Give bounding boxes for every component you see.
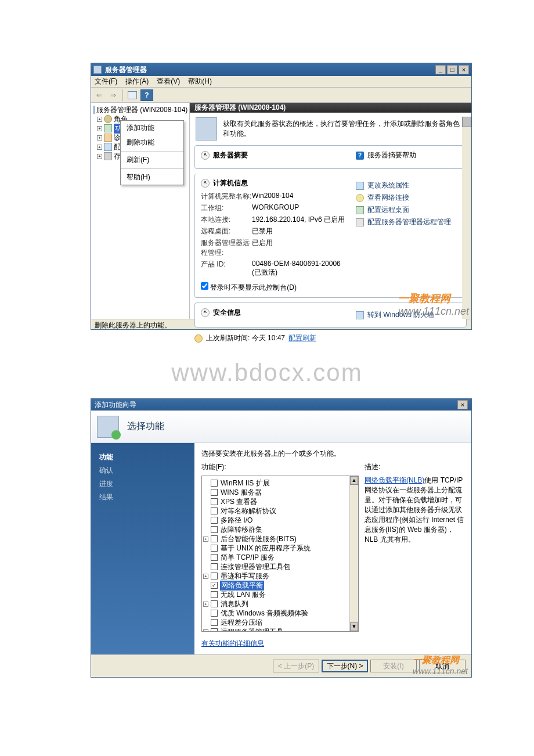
feature-checkbox[interactable]: [211, 489, 218, 496]
nav-tree[interactable]: 服务器管理器 (WIN2008-104) +角色 +功能 +诊断 +配置 +存储…: [91, 103, 190, 319]
firewall-icon: [356, 311, 364, 319]
feature-checkbox[interactable]: [211, 573, 218, 579]
menu-help[interactable]: 帮助(H): [188, 77, 212, 87]
feature-item[interactable]: +优质 Windows 音频视频体验: [203, 609, 357, 618]
feature-checkbox[interactable]: [211, 545, 218, 552]
hide-console-checkbox[interactable]: [201, 282, 208, 290]
feature-details-link[interactable]: 有关功能的详细信息: [201, 639, 464, 649]
close-button[interactable]: ×: [459, 65, 469, 74]
feature-item[interactable]: +远程服务器管理工具: [203, 627, 357, 631]
context-menu: 添加功能 删除功能 刷新(F) 帮助(H): [120, 120, 184, 185]
feature-item[interactable]: +XPS 查看器: [203, 497, 357, 506]
minimize-button[interactable]: _: [435, 65, 446, 74]
expand-icon[interactable]: +: [203, 602, 208, 607]
feature-checkbox[interactable]: [211, 591, 218, 598]
feature-item[interactable]: +消息队列: [203, 599, 357, 609]
wizard-close-button[interactable]: ×: [457, 400, 468, 409]
configure-refresh-link[interactable]: 配置刷新: [288, 333, 316, 343]
maximize-button[interactable]: □: [447, 65, 457, 74]
prev-button[interactable]: < 上一步(P): [273, 660, 319, 672]
feature-checkbox[interactable]: [211, 554, 218, 561]
feature-item[interactable]: +✓网络负载平衡: [203, 581, 357, 590]
feature-checkbox[interactable]: [211, 535, 218, 542]
scroll-down-button[interactable]: ▼: [350, 622, 358, 631]
vertical-scrollbar[interactable]: [462, 117, 471, 319]
feature-checkbox[interactable]: [211, 480, 218, 487]
title-bar[interactable]: 服务器管理器 _ □ ×: [91, 63, 471, 76]
menu-action[interactable]: 操作(A): [125, 77, 149, 87]
feature-checkbox[interactable]: [211, 563, 218, 570]
feature-item[interactable]: +连接管理器管理工具包: [203, 562, 357, 571]
link-config-remote-mgmt[interactable]: 配置服务器管理器远程管理: [356, 217, 460, 227]
ctx-add-feature[interactable]: 添加功能: [121, 121, 183, 135]
collapse-icon[interactable]: ^: [201, 308, 210, 317]
install-button[interactable]: 安装(I): [370, 660, 417, 672]
feature-item[interactable]: +后台智能传送服务(BITS): [203, 534, 357, 543]
feature-item[interactable]: +对等名称解析协议: [203, 506, 357, 516]
features-listbox[interactable]: +WinRM IIS 扩展+WINS 服务器+XPS 查看器+对等名称解析协议+…: [201, 476, 359, 632]
feature-checkbox[interactable]: [211, 600, 218, 607]
feature-checkbox[interactable]: [211, 628, 218, 631]
collapse-icon[interactable]: ^: [201, 151, 210, 160]
feature-name: 优质 Windows 音频视频体验: [220, 609, 309, 618]
features-scrollbar[interactable]: ▲ ▼: [349, 476, 358, 631]
step-result[interactable]: 结果: [99, 492, 186, 502]
menu-view[interactable]: 查看(V): [157, 77, 180, 87]
feature-item[interactable]: +WinRM IIS 扩展: [203, 478, 357, 488]
link-config-rdp[interactable]: 配置远程桌面: [356, 205, 460, 215]
scroll-up-button[interactable]: ▲: [350, 476, 358, 485]
server-summary-title: 服务器摘要: [213, 150, 248, 160]
feature-desc-link[interactable]: 网络负载平衡(NLB): [365, 476, 424, 484]
feature-checkbox[interactable]: [211, 517, 218, 524]
feature-item[interactable]: +故障转移群集: [203, 525, 357, 534]
scrollbar-thumb[interactable]: [462, 117, 471, 127]
feature-checkbox[interactable]: [211, 507, 218, 514]
feature-checkbox[interactable]: [211, 526, 218, 533]
expand-icon[interactable]: +: [203, 629, 208, 632]
step-features[interactable]: 功能: [99, 452, 186, 462]
collapse-icon[interactable]: ^: [201, 179, 210, 188]
feature-item[interactable]: +多路径 I/O: [203, 516, 357, 525]
feature-name: 消息队列: [220, 599, 249, 609]
next-button[interactable]: 下一步(N) >: [322, 660, 368, 672]
feature-name: 简单 TCP/IP 服务: [220, 553, 275, 563]
help-button[interactable]: ?: [140, 89, 153, 101]
feature-item[interactable]: +简单 TCP/IP 服务: [203, 553, 357, 562]
feature-item[interactable]: +WINS 服务器: [203, 488, 357, 497]
nav-back-button[interactable]: [93, 89, 105, 101]
step-progress[interactable]: 进度: [99, 479, 186, 489]
wizard-prompt: 选择要安装在此服务器上的一个或多个功能。: [201, 449, 464, 459]
feature-checkbox[interactable]: [211, 498, 218, 505]
menu-file[interactable]: 文件(F): [95, 77, 117, 87]
feature-checkbox[interactable]: [211, 610, 218, 617]
link-view-network[interactable]: 查看网络连接: [356, 193, 460, 203]
link-change-system-props[interactable]: 更改系统属性: [356, 181, 460, 190]
show-hide-button[interactable]: [127, 89, 138, 101]
feature-name: 远程差分压缩: [220, 618, 263, 628]
feature-description: 网络负载平衡(NLB)使用 TCP/IP 网络协议在一些服务器上分配流量。对于确…: [365, 476, 464, 632]
computer-info-section: ^计算机信息 计算机完整名称:Win2008-104 工作组:WORKGROUP…: [194, 174, 467, 298]
tree-root[interactable]: 服务器管理器 (WIN2008-104): [93, 105, 187, 114]
step-confirm[interactable]: 确认: [99, 466, 186, 476]
ctx-help[interactable]: 帮助(H): [121, 170, 183, 185]
menu-bar: 文件(F) 操作(A) 查看(V) 帮助(H): [91, 76, 471, 88]
server-summary-help-link[interactable]: ?服务器摘要帮助: [356, 150, 460, 160]
feature-item[interactable]: +远程差分压缩: [203, 618, 357, 627]
feature-item[interactable]: +无线 LAN 服务: [203, 590, 357, 599]
content-pane: 服务器管理器 (WIN2008-104) 获取有关此服务器状态的概述，执行首要管…: [190, 103, 471, 319]
ctx-remove-feature[interactable]: 删除功能: [121, 135, 183, 150]
wizard-main-panel: 选择要安装在此服务器上的一个或多个功能。 功能(F): 描述: +WinRM I…: [194, 443, 471, 654]
expand-icon[interactable]: +: [203, 537, 208, 542]
feature-item[interactable]: +墨迹和手写服务: [203, 571, 357, 581]
ctx-refresh[interactable]: 刷新(F): [121, 153, 183, 167]
network-icon: [356, 194, 364, 202]
expand-icon[interactable]: +: [203, 574, 208, 579]
watermark-logo: 一聚教程网 www.111cn.net: [413, 654, 468, 676]
wizard-icon: [97, 416, 119, 438]
add-features-wizard: 添加功能向导 × 选择功能 功能 确认 进度 结果 选择要安装在此服务器上的一个…: [91, 398, 472, 678]
feature-item[interactable]: +基于 UNIX 的应用程序子系统: [203, 543, 357, 553]
nav-forward-button[interactable]: [107, 89, 119, 101]
feature-checkbox[interactable]: [211, 619, 218, 626]
feature-checkbox[interactable]: ✓: [211, 582, 218, 589]
wizard-title-bar[interactable]: 添加功能向导 ×: [91, 399, 471, 411]
